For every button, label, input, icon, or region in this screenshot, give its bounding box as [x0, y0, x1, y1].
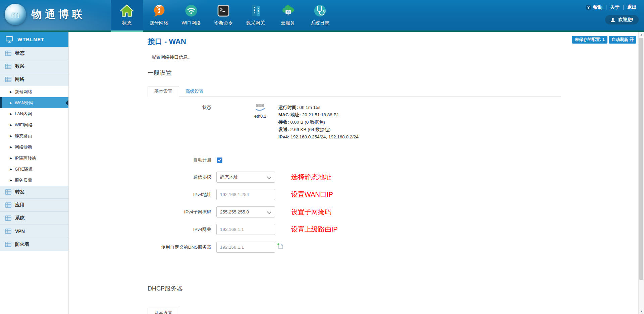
wifi-icon: [183, 3, 199, 18]
netmask-select[interactable]: 255.255.255.0: [216, 206, 275, 217]
sidebar-item-firewall[interactable]: 防火墙: [0, 238, 68, 251]
protocol-row: 通信协议 静态地址 选择静态地址: [148, 172, 561, 183]
table-icon: [5, 51, 11, 56]
stat-line: 运行时间:0h 1m 15s: [278, 104, 359, 111]
sidebar-item-wan[interactable]: ▶WAN外网: [0, 97, 68, 108]
help-link[interactable]: ?帮助: [586, 4, 602, 10]
nav-item-data-gateway[interactable]: 数采网关: [239, 0, 272, 30]
unsaved-changes-button[interactable]: 未保存的配置: 1: [572, 36, 607, 44]
globe-logo-icon: m: [5, 4, 26, 25]
tab-advanced-settings[interactable]: 高级设置: [179, 86, 210, 97]
sidebar-item-wifi[interactable]: ▶WIFI网络: [0, 119, 68, 130]
sidebar-item-gre-tunnel[interactable]: ▶GRE隧道: [0, 164, 68, 175]
section-dhcp-server: DHCP服务器: [148, 285, 561, 292]
logout-link[interactable]: 退出: [627, 4, 637, 10]
sidebar-item-data-collect[interactable]: 数采: [0, 60, 68, 73]
sidebar-item-status[interactable]: 状态: [0, 47, 68, 60]
nav-item-wifi-network[interactable]: WIFI网络: [175, 0, 207, 30]
dns-label: 使用自定义的DNS服务器: [148, 244, 216, 251]
sidebar-item-ip-passthrough[interactable]: ▶IP隔离转换: [0, 152, 68, 164]
sidebar-item-static-route[interactable]: ▶静态路由: [0, 130, 68, 141]
dns-input[interactable]: [216, 242, 275, 253]
question-icon: ?: [586, 5, 591, 10]
page-description: 配置网络接口信息。: [152, 54, 561, 60]
status-row: 状态 eth0.2 运行时间:0h 1m 15s MAC-地址:20:21:51…: [148, 104, 561, 141]
scrollbar: ▲ ▼: [638, 32, 644, 314]
nav-item-system-log[interactable]: 系统日志: [304, 0, 336, 30]
ipv4-address-input[interactable]: [216, 189, 275, 200]
top-header: m 物通博联 状态 拨号网络 WIFI网络 诊断命令: [0, 0, 644, 32]
stat-line: MAC-地址:20:21:51:18:88:B1: [278, 111, 359, 119]
sidebar-device-title: WTBLNET: [0, 32, 68, 47]
table-icon: [5, 64, 11, 69]
triangle-icon: ▶: [10, 145, 12, 149]
triangle-icon: ▶: [10, 156, 12, 160]
scroll-up-arrow[interactable]: ▲: [639, 32, 644, 37]
nav-label: 系统日志: [311, 20, 329, 26]
terminal-icon: [216, 3, 231, 18]
gateway-annotation: 设置上级路由IP: [291, 225, 338, 234]
interface-stats: 运行时间:0h 1m 15s MAC-地址:20:21:51:18:88:B1 …: [278, 104, 359, 141]
home-icon: [119, 3, 135, 18]
sidebar-item-network[interactable]: 网络: [0, 73, 68, 86]
nav-item-status[interactable]: 状态: [111, 0, 143, 30]
top-nav: 状态 拨号网络 WIFI网络 诊断命令 数采网关: [111, 0, 336, 30]
table-icon: [5, 215, 11, 221]
nav-label: 状态: [122, 20, 131, 26]
status-label: 状态: [148, 104, 216, 111]
netmask-label: IPv4子网掩码: [148, 208, 216, 216]
section-general-settings: 一般设置: [148, 69, 561, 76]
sidebar-item-application[interactable]: 应用: [0, 199, 68, 212]
protocol-annotation: 选择静态地址: [291, 173, 331, 182]
dhcp-tabs: 基本设置: [148, 308, 561, 314]
sidebar-item-dialup[interactable]: ▶拨号网络: [0, 86, 68, 97]
triangle-icon: ▶: [10, 90, 12, 93]
sidebar-item-system[interactable]: 系统: [0, 212, 68, 225]
sidebar-item-forwarding[interactable]: 转发: [0, 186, 68, 199]
netmask-annotation: 设置子网掩码: [291, 207, 331, 216]
sidebar-item-vpn[interactable]: VPN: [0, 225, 68, 238]
stat-line: IPv4:192.168.0.254/24, 192.168.0.2/24: [278, 133, 359, 141]
scroll-down-arrow[interactable]: ▼: [639, 309, 644, 314]
welcome-text: 欢迎您!: [618, 17, 633, 23]
sidebar-item-qos[interactable]: ▶服务质量: [0, 175, 68, 186]
nav-item-cloud-service[interactable]: 云服务: [272, 0, 304, 30]
tab-basic-settings[interactable]: 基本设置: [148, 86, 179, 97]
ipv4-address-label: IPv4地址: [148, 191, 216, 198]
dialup-antenna-icon: [151, 3, 167, 18]
triangle-icon: ▶: [10, 134, 12, 138]
welcome-badge[interactable]: 欢迎您!: [605, 15, 639, 24]
auto-start-label: 自动开启: [148, 156, 216, 164]
protocol-label: 通信协议: [148, 174, 216, 181]
table-icon: [5, 189, 11, 195]
gateway-input[interactable]: [216, 224, 275, 235]
table-icon: [5, 77, 11, 82]
interface-device: eth0.2: [245, 104, 276, 119]
nav-label: WIFI网络: [181, 20, 201, 26]
sidebar-item-network-diagnosis[interactable]: ▶网络诊断: [0, 141, 68, 152]
sidebar-item-lan[interactable]: ▶LAN内网: [0, 108, 68, 119]
stat-line: 接收:0.00 B (0 数据包): [278, 119, 359, 126]
ethernet-icon: [255, 107, 265, 112]
nav-label: 数采网关: [246, 20, 265, 26]
auto-start-row: 自动开启: [148, 156, 561, 164]
netmask-row: IPv4子网掩码 255.255.255.0 设置子网掩码: [148, 206, 561, 217]
main-content: 未保存的配置: 1 自动刷新 开 接口 - WAN 配置网络接口信息。 一般设置…: [69, 32, 638, 314]
scrollbar-thumb[interactable]: [639, 38, 643, 280]
top-links: ?帮助 关于 退出: [586, 4, 637, 10]
tab-dhcp-basic-settings[interactable]: 基本设置: [148, 308, 179, 314]
triangle-icon: ▶: [10, 101, 12, 105]
table-icon: [5, 242, 11, 247]
brand-name: 物通博联: [32, 7, 85, 21]
protocol-select[interactable]: 静态地址: [216, 172, 275, 183]
nav-item-dialup-network[interactable]: 拨号网络: [143, 0, 175, 30]
settings-tabs: 基本设置 高级设置: [148, 86, 561, 97]
divider: [623, 5, 624, 10]
about-link[interactable]: 关于: [610, 4, 620, 10]
nav-label: 云服务: [281, 20, 295, 26]
auto-start-checkbox[interactable]: [217, 158, 222, 163]
ipv4-annotation: 设置WAN口IP: [291, 190, 333, 199]
nav-item-diagnostic-command[interactable]: 诊断命令: [207, 0, 239, 30]
add-dns-button[interactable]: [277, 243, 283, 249]
auto-refresh-button[interactable]: 自动刷新 开: [609, 36, 636, 44]
